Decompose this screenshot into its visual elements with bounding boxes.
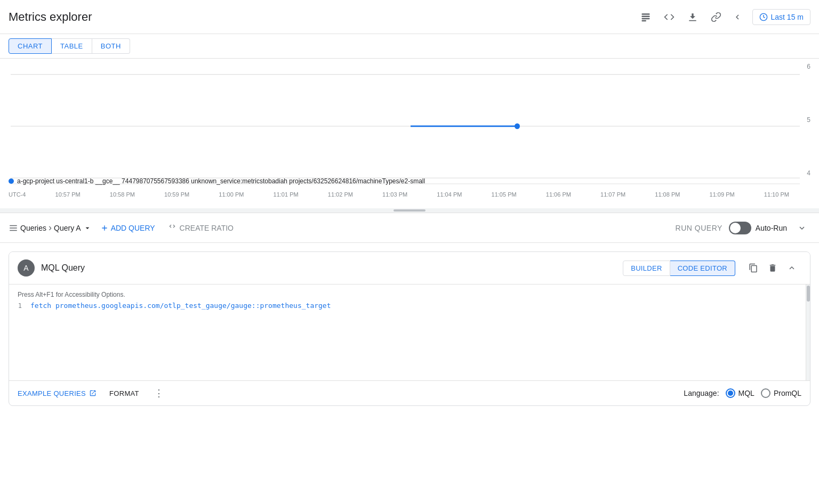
delete-button[interactable]: [763, 258, 782, 278]
query-panel-header: A MQL Query BUILDER CODE EDITOR: [9, 252, 810, 284]
x-label-1102: 11:02 PM: [328, 191, 353, 198]
svg-rect-2: [641, 18, 649, 19]
mql-label: MQL: [738, 389, 754, 397]
expand-collapse-button[interactable]: [782, 258, 801, 278]
builder-tab[interactable]: BUILDER: [623, 261, 670, 276]
auto-run-toggle[interactable]: [729, 222, 751, 234]
y-label-6: 6: [807, 63, 810, 70]
header-actions: Last 15 m: [635, 6, 810, 28]
x-label-1106: 11:06 PM: [546, 191, 571, 198]
code-editor[interactable]: Press Alt+F1 for Accessibility Options. …: [9, 284, 810, 380]
legend-text: a-gcp-project us-central1-b __gce__ 7447…: [17, 177, 425, 185]
x-label-1110: 11:10 PM: [764, 191, 789, 198]
breadcrumb-chevron: ›: [49, 222, 52, 233]
page-title: Metrics explorer: [9, 10, 92, 24]
accessibility-hint: Press Alt+F1 for Accessibility Options.: [9, 289, 810, 300]
time-range-button[interactable]: Last 15 m: [752, 9, 810, 25]
code-button[interactable]: [659, 6, 680, 28]
x-label-utc: UTC-4: [9, 191, 26, 198]
language-selector: Language: MQL PromQL: [684, 388, 801, 398]
x-axis-labels: UTC-4 10:57 PM 10:58 PM 10:59 PM 11:00 P…: [0, 191, 798, 198]
code-text-1: fetch prometheus.googleapis.com/otlp_tes…: [30, 302, 331, 310]
app-header: Metrics explorer Last 15 m: [0, 0, 819, 34]
share-button[interactable]: [705, 6, 727, 28]
notifications-button[interactable]: [635, 6, 656, 28]
format-label: FORMAT: [109, 389, 139, 397]
x-label-1058: 10:58 PM: [110, 191, 135, 198]
x-label-1057: 10:57 PM: [55, 191, 81, 198]
svg-point-10: [515, 123, 520, 129]
add-query-icon: [100, 224, 109, 232]
y-label-4: 4: [807, 169, 810, 177]
x-label-1109: 11:09 PM: [710, 191, 735, 198]
svg-rect-3: [641, 20, 646, 21]
add-query-button[interactable]: ADD QUERY: [96, 222, 159, 234]
query-bar-right: RUN QUERY Auto-Run: [676, 220, 810, 237]
chart-svg: [0, 63, 819, 213]
x-label-1059: 10:59 PM: [164, 191, 189, 198]
promql-radio-option[interactable]: PromQL: [761, 388, 801, 398]
create-ratio-label: CREATE RATIO: [180, 224, 234, 232]
copy-button[interactable]: [744, 258, 763, 278]
chart-view-tabs: CHART TABLE BOTH: [0, 34, 819, 59]
y-label-5: 5: [807, 116, 810, 124]
line-number-1: 1: [9, 302, 30, 310]
vertical-scrollbar[interactable]: [806, 284, 810, 380]
run-query-button[interactable]: RUN QUERY: [676, 224, 722, 232]
mql-radio[interactable]: [726, 388, 735, 398]
toggle-thumb: [730, 223, 741, 233]
x-label-1100: 11:00 PM: [219, 191, 244, 198]
query-panel-footer: EXAMPLE QUERIES FORMAT ⋮ Language: MQL P…: [9, 380, 810, 405]
query-a-button[interactable]: Query A: [54, 224, 92, 232]
add-query-label: ADD QUERY: [111, 224, 155, 232]
legend-dot: [9, 178, 14, 184]
collapse-sidebar-button[interactable]: [729, 9, 746, 26]
tab-chart[interactable]: CHART: [9, 38, 52, 54]
scrollbar-thumb: [807, 286, 810, 302]
collapse-panel-button[interactable]: [793, 220, 810, 237]
promql-radio[interactable]: [761, 388, 770, 398]
time-range-label: Last 15 m: [771, 13, 804, 21]
auto-run-label: Auto-Run: [756, 224, 787, 232]
chart-area: 6 5 4 a-gcp-project us-central1-b __gce_…: [0, 59, 819, 213]
chart-legend: a-gcp-project us-central1-b __gce__ 7447…: [9, 177, 425, 185]
code-editor-tab[interactable]: CODE EDITOR: [670, 261, 735, 276]
x-label-1108: 11:08 PM: [655, 191, 680, 198]
example-queries-button[interactable]: EXAMPLE QUERIES: [18, 389, 97, 397]
language-label: Language:: [684, 389, 719, 397]
mql-query-title: MQL Query: [41, 263, 623, 273]
chevron-up-icon: [787, 263, 797, 273]
mql-radio-inner: [728, 391, 733, 396]
format-button[interactable]: FORMAT: [109, 389, 139, 397]
promql-label: PromQL: [774, 389, 801, 397]
query-panel: A MQL Query BUILDER CODE EDITOR Press Al…: [9, 251, 810, 406]
svg-rect-0: [641, 13, 649, 15]
tab-both[interactable]: BOTH: [92, 38, 130, 54]
x-label-1104: 11:04 PM: [437, 191, 462, 198]
x-label-1107: 11:07 PM: [600, 191, 625, 198]
external-link-icon: [89, 389, 97, 397]
copy-icon: [749, 263, 758, 273]
more-options-button[interactable]: ⋮: [154, 387, 164, 399]
tab-table[interactable]: TABLE: [52, 38, 92, 54]
x-label-1101: 11:01 PM: [274, 191, 299, 198]
query-a-dropdown-icon: [83, 224, 92, 232]
panel-tabs: BUILDER CODE EDITOR: [623, 261, 735, 276]
example-queries-label: EXAMPLE QUERIES: [18, 389, 86, 397]
query-a-label: Query A: [54, 224, 81, 232]
download-button[interactable]: [682, 6, 703, 28]
query-bar: Queries › Query A ADD QUERY CREATE RATIO…: [0, 213, 819, 243]
svg-rect-4: [689, 20, 696, 21]
delete-icon: [768, 263, 777, 273]
create-ratio-icon: [168, 224, 176, 232]
x-label-1103: 11:03 PM: [382, 191, 407, 198]
query-badge: A: [18, 259, 35, 277]
queries-label: Queries: [20, 224, 46, 232]
mql-radio-option[interactable]: MQL: [726, 388, 754, 398]
query-bar-left: Queries › Query A: [9, 222, 92, 233]
x-label-1105: 11:05 PM: [492, 191, 517, 198]
auto-run-toggle-container: Auto-Run: [729, 222, 787, 234]
svg-rect-1: [641, 15, 649, 17]
create-ratio-button[interactable]: CREATE RATIO: [164, 222, 238, 234]
queries-icon: [9, 223, 18, 233]
